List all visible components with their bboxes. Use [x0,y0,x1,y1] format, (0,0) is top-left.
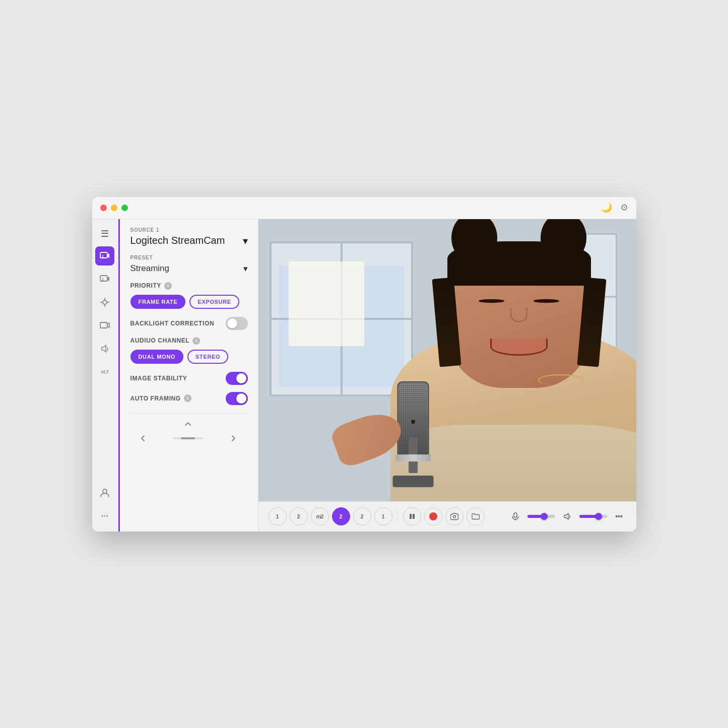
svg-rect-12 [413,514,415,519]
app-window: 🌙 ⚙ ☰ 1 2 [92,197,636,532]
title-bar: 🌙 ⚙ [92,197,636,219]
video-slider[interactable] [527,515,555,518]
window-light [289,261,364,346]
toolbar-right: ••• [508,507,626,525]
camera-dropdown-arrow: ▾ [243,235,248,247]
camera-preview: 1 2 m2 2 2 1 [258,219,636,532]
necklace [538,374,583,385]
toolbar: 1 2 m2 2 2 1 [258,501,636,532]
svg-rect-14 [514,513,517,517]
resolution-m2-button[interactable]: m2 [311,507,329,525]
scroll-thumb [181,437,195,439]
toolbar-left: 1 2 m2 2 2 1 [269,507,485,525]
source-label: SOURCE 1 [130,227,248,233]
camera-simulation [258,219,636,501]
preset-dropdown-arrow: ▾ [243,263,248,274]
sidebar-item-audio[interactable] [95,339,114,358]
controls-panel: SOURCE 1 Logitech StreamCam ▾ PRESET Str… [118,219,258,532]
sidebar-item-more[interactable] [95,506,114,525]
svg-rect-11 [410,514,412,519]
more-options-button[interactable]: ••• [612,507,626,525]
image-stability-row: IMAGE STABILITY [130,372,248,385]
snapshot-button[interactable] [445,507,464,525]
backlight-toggle-knob [227,318,237,328]
audio-channel-row: AUDIUO CHANNEL i [130,337,248,345]
sidebar-item-camera[interactable] [95,316,114,335]
hamburger-menu-icon[interactable]: ☰ [97,225,113,242]
svg-point-13 [453,515,455,518]
image-stability-toggle[interactable] [226,372,248,385]
image-stability-knob [236,373,246,383]
maximize-button[interactable] [121,205,128,211]
close-button[interactable] [100,205,107,211]
svg-point-8 [102,515,103,516]
auto-framing-label: AUTO FRAMING [130,395,181,402]
svg-text:1: 1 [102,254,104,258]
mic-button[interactable] [508,507,522,525]
image-stability-label: IMAGE STABILITY [130,375,187,382]
sidebar-item-source2[interactable]: 2 [95,270,114,289]
svg-marker-16 [564,513,568,519]
preview-area [258,219,636,501]
svg-point-9 [104,515,106,516]
traffic-lights [100,205,128,211]
record-button[interactable] [424,507,442,525]
auto-framing-row: AUTO FRAMING i [130,392,248,405]
auto-framing-info-icon[interactable]: i [184,394,191,402]
main-content: ☰ 1 2 [92,219,636,532]
preset-label: PRESET [130,255,248,260]
backlight-label: BACKLIGHT CORRECTION [130,320,215,327]
resolution-5-button[interactable]: 1 [374,507,392,525]
audio-channel-label: AUDIUO CHANNEL [130,337,190,344]
minimize-button[interactable] [111,205,117,211]
svg-point-7 [103,489,107,493]
backlight-correction-row: BACKLIGHT CORRECTION [130,317,248,330]
resolution-1x-button[interactable]: 1 [269,507,287,525]
sidebar-item-person[interactable] [95,483,114,502]
frame-rate-button[interactable]: FRAME RATE [130,295,186,309]
record-dot [429,512,437,520]
active-indicator [118,219,120,532]
sidebar-item-alt[interactable]: ALT [95,362,114,381]
svg-text:2: 2 [102,278,104,281]
priority-info-icon[interactable]: i [164,282,172,290]
toolbar-divider-1 [398,510,398,522]
resolution-2x-button[interactable]: 2 [290,507,308,525]
audio-slider[interactable] [579,515,607,518]
camera-dropdown[interactable]: Logitech StreamCam ▾ [130,235,248,247]
camera-name: Logitech StreamCam [130,235,225,246]
preset-dropdown[interactable]: Streaming ▾ [130,263,248,274]
priority-row: PRIORITY i [130,282,248,290]
auto-framing-toggle[interactable] [226,392,248,405]
nav-forward-icon[interactable] [229,434,238,443]
audio-info-icon[interactable]: i [192,337,200,345]
sidebar-icons: ☰ 1 2 [92,219,118,532]
person-face [447,241,591,388]
title-bar-actions: 🌙 ⚙ [601,202,628,213]
nav-back-icon[interactable] [139,434,148,443]
svg-point-4 [103,300,107,304]
stereo-button[interactable]: STEREO [187,350,228,364]
dual-mono-button[interactable]: DUAL MONO [130,350,184,364]
svg-point-10 [107,515,108,516]
svg-marker-6 [102,345,106,352]
scroll-up-icon[interactable] [183,419,193,429]
resolution-4-button[interactable]: 2 [353,507,371,525]
audio-buttons: DUAL MONO STEREO [130,350,248,364]
sidebar-item-source1[interactable]: 1 [95,246,114,266]
volume-button[interactable] [560,507,574,525]
svg-rect-5 [100,322,107,328]
resolution-active-button[interactable]: 2 [332,507,350,525]
auto-framing-knob [236,393,246,404]
exposure-button[interactable]: EXPOSURE [189,295,239,309]
priority-buttons: FRAME RATE EXPOSURE [130,295,248,309]
preset-value: Streaming [130,263,169,274]
folder-button[interactable] [467,507,485,525]
settings-icon[interactable]: ⚙ [620,202,628,213]
scroll-track [173,437,203,439]
backlight-toggle[interactable] [226,317,248,330]
pause-button[interactable] [403,507,421,525]
sidebar-item-effects[interactable] [95,293,114,312]
dark-mode-icon[interactable]: 🌙 [601,202,612,213]
priority-label: PRIORITY [130,282,161,289]
